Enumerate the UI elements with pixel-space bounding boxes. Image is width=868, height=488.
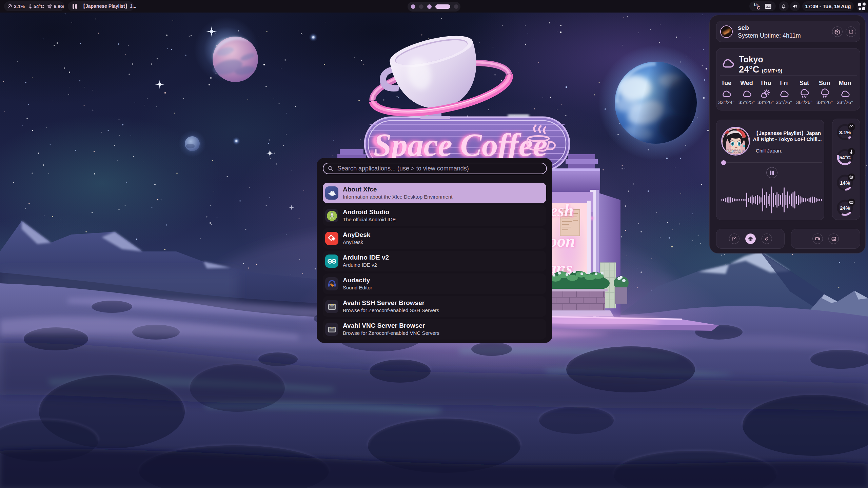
svg-text:C: C xyxy=(757,5,760,10)
svg-text:esh: esh xyxy=(550,201,573,220)
svg-text:oon: oon xyxy=(549,231,575,250)
svg-text:TOKYO L: TOKYO L xyxy=(726,149,745,154)
